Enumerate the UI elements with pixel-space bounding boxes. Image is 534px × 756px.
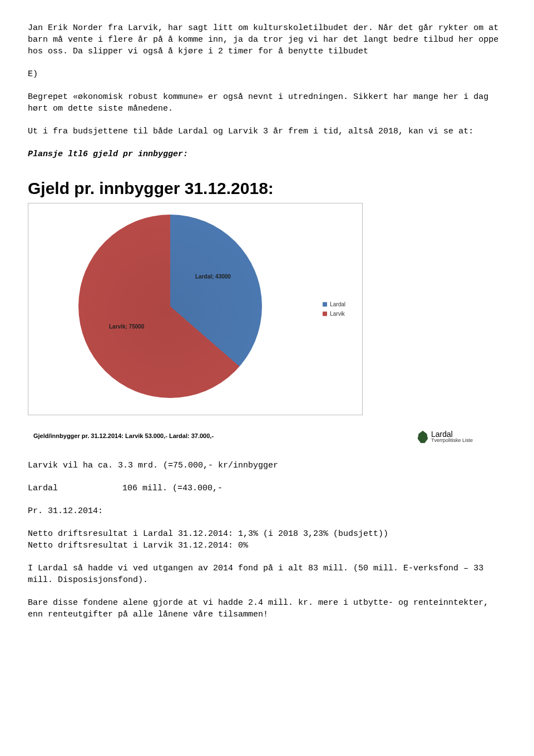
- legend-label-lardal: Lardal: [330, 301, 345, 309]
- legend-label-larvik: Larvik: [330, 310, 345, 318]
- larvik-line: Larvik vil ha ca. 3.3 mrd. (=75.000,- kr…: [28, 460, 506, 471]
- paragraph-intro: Jan Erik Norder fra Larvik, har sagt lit…: [28, 22, 506, 57]
- chart-legend: Lardal Larvik: [323, 299, 345, 320]
- legend-swatch-red: [323, 312, 327, 316]
- pie-slices: [78, 215, 262, 398]
- legend-swatch-blue: [323, 302, 327, 307]
- slice-label-larvik: Larvik; 75000: [109, 323, 144, 331]
- chart-title: Gjeld pr. innbygger 31.12.2018:: [28, 177, 506, 200]
- legend-item-lardal: Lardal: [323, 301, 345, 309]
- pr-date-line: Pr. 31.12.2014:: [28, 505, 506, 517]
- branding-line2: Tverrpolitiske Liste: [431, 438, 473, 443]
- legend-item-larvik: Larvik: [323, 310, 345, 318]
- shield-icon: [418, 431, 428, 443]
- pie-chart-container: Lardal; 43000 Larvik; 75000 Lardal Larvi…: [28, 203, 363, 415]
- lardal-row: Lardal 106 mill. (=43.000,-: [28, 483, 506, 494]
- netto-block: Netto driftsresultat i Lardal 31.12.2014…: [28, 528, 506, 551]
- paragraph-robust: Begrepet «økonomisk robust kommune» er o…: [28, 91, 506, 115]
- branding-line1: Lardal: [431, 430, 473, 438]
- slice-label-lardal: Lardal; 43000: [195, 273, 231, 281]
- paragraph-utbytte: Bare disse fondene alene gjorde at vi ha…: [28, 597, 506, 620]
- plansje-line: Plansje ltl6 gjeld pr innbygger:: [28, 148, 506, 160]
- section-e-label: E): [28, 68, 506, 80]
- pie-chart: Lardal; 43000 Larvik; 75000: [78, 215, 262, 398]
- paragraph-budget: Ut i fra budsjettene til både Lardal og …: [28, 126, 506, 137]
- paragraph-fond: I Lardal så hadde vi ved utgangen av 201…: [28, 563, 506, 586]
- lardal-label: Lardal: [28, 483, 122, 494]
- lardal-value: 106 mill. (=43.000,-: [122, 483, 222, 494]
